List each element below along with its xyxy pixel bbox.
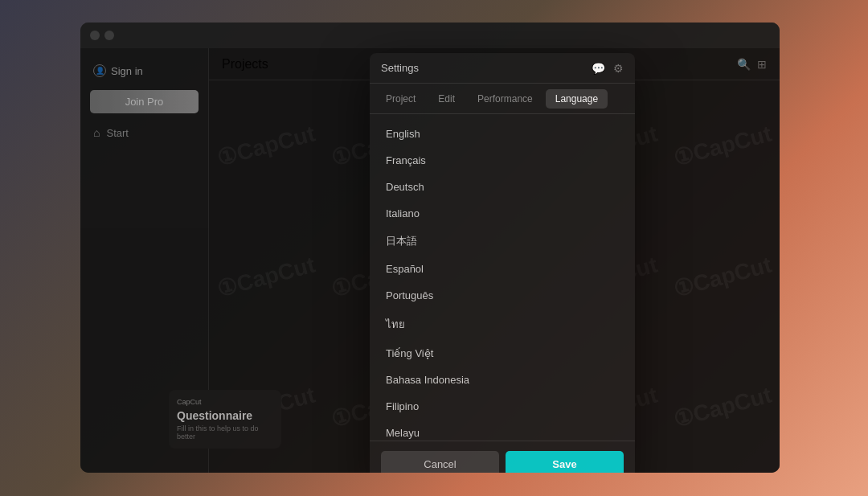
language-item-fil[interactable]: Filipino bbox=[370, 393, 635, 420]
language-label: Français bbox=[386, 154, 426, 166]
tab-project[interactable]: Project bbox=[376, 89, 425, 109]
tab-performance[interactable]: Performance bbox=[468, 89, 542, 109]
dialog-title: Settings bbox=[381, 62, 419, 74]
save-button[interactable]: Save bbox=[506, 451, 624, 473]
language-item-vi[interactable]: Tiếng Việt bbox=[370, 340, 635, 367]
dialog-footer: Cancel Save bbox=[370, 441, 635, 473]
tab-bar: Project Edit Performance Language bbox=[370, 84, 635, 114]
language-label: Bahasa Indonesia bbox=[386, 374, 469, 386]
language-label: English bbox=[386, 128, 420, 140]
language-item-en[interactable]: English bbox=[370, 121, 635, 147]
chat-icon[interactable]: 💬 bbox=[592, 62, 605, 75]
language-label: Filipino bbox=[386, 400, 419, 412]
settings-icon[interactable]: ⚙ bbox=[613, 62, 624, 75]
language-label: Deutsch bbox=[386, 181, 424, 193]
app-window: 👤 Sign in Join Pro ⌂ Start Projects 🔍 ⊞ … bbox=[80, 23, 780, 473]
settings-dialog: Settings 💬 ⚙ Project Edit Performance La… bbox=[370, 53, 635, 473]
dialog-title-icons: 💬 ⚙ bbox=[592, 62, 624, 75]
language-label: Italiano bbox=[386, 207, 420, 219]
language-item-it[interactable]: Italiano bbox=[370, 200, 635, 227]
language-item-fr[interactable]: Français bbox=[370, 147, 635, 174]
language-label: ไทย bbox=[386, 316, 405, 333]
language-item-ja[interactable]: 日本語 bbox=[370, 227, 635, 256]
language-item-pt[interactable]: Português bbox=[370, 282, 635, 309]
dialog-titlebar: Settings 💬 ⚙ bbox=[370, 53, 635, 84]
language-item-id[interactable]: Bahasa Indonesia bbox=[370, 367, 635, 393]
language-list: EnglishFrançaisDeutschItaliano日本語Español… bbox=[370, 114, 635, 441]
tab-language[interactable]: Language bbox=[546, 89, 608, 109]
language-label: 日本語 bbox=[386, 234, 417, 248]
language-label: Tiếng Việt bbox=[386, 347, 433, 359]
cancel-button[interactable]: Cancel bbox=[381, 451, 499, 473]
language-label: Melayu bbox=[386, 427, 420, 439]
tab-edit[interactable]: Edit bbox=[428, 89, 465, 109]
language-label: Português bbox=[386, 289, 433, 301]
language-label: Español bbox=[386, 263, 424, 275]
language-item-ms[interactable]: Melayu bbox=[370, 420, 635, 441]
language-item-th[interactable]: ไทย bbox=[370, 309, 635, 340]
language-item-de[interactable]: Deutsch bbox=[370, 174, 635, 200]
language-item-es[interactable]: Español bbox=[370, 256, 635, 282]
